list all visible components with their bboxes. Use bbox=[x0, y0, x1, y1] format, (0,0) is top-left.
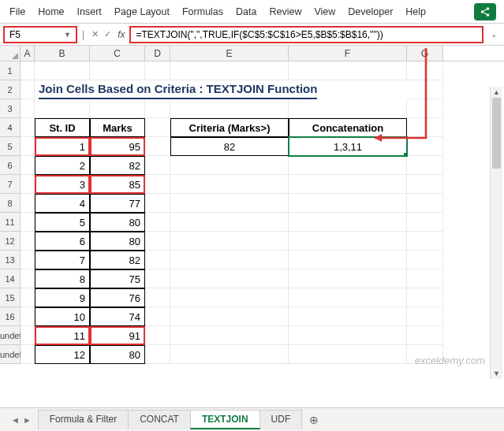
cell[interactable] bbox=[170, 307, 289, 326]
enter-icon[interactable]: ✓ bbox=[102, 29, 113, 39]
cell[interactable] bbox=[145, 345, 170, 364]
cell[interactable] bbox=[145, 61, 170, 80]
row-header[interactable]: 4 bbox=[0, 118, 21, 137]
menu-data[interactable]: Data bbox=[230, 3, 263, 20]
table-cell-marks[interactable]: 75 bbox=[90, 269, 145, 288]
menu-home[interactable]: Home bbox=[32, 3, 70, 20]
col-header[interactable]: G bbox=[407, 46, 443, 61]
cell[interactable] bbox=[289, 307, 407, 326]
menu-review[interactable]: Review bbox=[263, 3, 308, 20]
cell[interactable] bbox=[21, 99, 35, 118]
cell[interactable] bbox=[145, 232, 170, 251]
cell[interactable] bbox=[407, 251, 443, 269]
row-header[interactable]: 16 bbox=[0, 307, 21, 326]
cell[interactable] bbox=[21, 137, 35, 156]
scroll-down-icon[interactable]: ▼ bbox=[491, 370, 502, 377]
cell[interactable] bbox=[170, 99, 289, 118]
cell[interactable] bbox=[289, 345, 407, 364]
cell[interactable] bbox=[170, 326, 289, 345]
row-header[interactable]: 12 bbox=[0, 232, 21, 251]
cell[interactable] bbox=[170, 194, 289, 213]
cell[interactable] bbox=[289, 194, 407, 213]
cell[interactable] bbox=[145, 156, 170, 175]
cell[interactable] bbox=[170, 213, 289, 232]
scroll-thumb[interactable] bbox=[492, 98, 501, 169]
name-box[interactable]: F5 ▼ bbox=[3, 26, 77, 43]
cell[interactable] bbox=[289, 61, 407, 80]
cell[interactable] bbox=[145, 288, 170, 307]
cell[interactable] bbox=[170, 345, 289, 364]
select-all-corner[interactable] bbox=[0, 46, 21, 61]
table-cell-marks[interactable]: 74 bbox=[90, 307, 145, 326]
cell[interactable] bbox=[145, 118, 170, 137]
col-header[interactable]: B bbox=[35, 46, 90, 61]
cell[interactable] bbox=[289, 99, 407, 118]
table-cell-id[interactable]: 3 bbox=[35, 175, 90, 194]
sheet-tab[interactable]: UDF bbox=[259, 410, 303, 429]
menu-view[interactable]: View bbox=[308, 3, 342, 20]
table-cell-marks[interactable]: 76 bbox=[90, 288, 145, 307]
cell[interactable] bbox=[145, 99, 170, 118]
table-cell-id[interactable]: 11 bbox=[35, 326, 90, 345]
cell[interactable] bbox=[145, 194, 170, 213]
cell[interactable] bbox=[170, 232, 289, 251]
cell[interactable] bbox=[145, 269, 170, 288]
cell[interactable] bbox=[289, 326, 407, 345]
cell[interactable] bbox=[90, 61, 145, 80]
criteria-value[interactable]: 82 bbox=[170, 137, 289, 156]
row-header[interactable]: 5 bbox=[0, 137, 21, 156]
cell[interactable] bbox=[21, 307, 35, 326]
cell[interactable] bbox=[21, 61, 35, 80]
cell[interactable] bbox=[21, 118, 35, 137]
tab-prev-icon[interactable]: ◄ bbox=[11, 415, 20, 425]
menu-developer[interactable]: Developer bbox=[342, 3, 399, 20]
title-cell[interactable]: Join Cells Based on Criteria : TEXTJOIN … bbox=[35, 80, 407, 99]
cell[interactable] bbox=[407, 194, 443, 213]
menu-page-layout[interactable]: Page Layout bbox=[108, 3, 176, 20]
cell[interactable] bbox=[407, 269, 443, 288]
add-sheet-button[interactable]: ⊕ bbox=[301, 411, 327, 429]
cell[interactable] bbox=[407, 175, 443, 194]
share-button[interactable] bbox=[474, 3, 496, 20]
row-header[interactable]: 1 bbox=[0, 61, 21, 80]
cell[interactable] bbox=[170, 251, 289, 269]
row-header[interactable]: 6 bbox=[0, 156, 21, 175]
cell[interactable] bbox=[407, 307, 443, 326]
table-cell-id[interactable]: 8 bbox=[35, 269, 90, 288]
cell[interactable] bbox=[407, 288, 443, 307]
cell[interactable] bbox=[407, 137, 443, 156]
cell[interactable] bbox=[21, 232, 35, 251]
table-cell-marks[interactable]: 82 bbox=[90, 251, 145, 269]
fx-icon[interactable]: fx bbox=[116, 29, 126, 40]
cell[interactable] bbox=[407, 99, 443, 118]
cell[interactable] bbox=[170, 269, 289, 288]
concat-header[interactable]: Concatenation bbox=[289, 118, 407, 137]
cell[interactable] bbox=[21, 326, 35, 345]
sheet-tab[interactable]: CONCAT bbox=[128, 410, 191, 429]
cell[interactable] bbox=[145, 137, 170, 156]
row-header[interactable]: 15 bbox=[0, 288, 21, 307]
cell[interactable] bbox=[289, 251, 407, 269]
criteria-header[interactable]: Criteria (Marks>) bbox=[170, 118, 289, 137]
cell[interactable] bbox=[21, 156, 35, 175]
table-cell-id[interactable]: 4 bbox=[35, 194, 90, 213]
cell[interactable] bbox=[21, 288, 35, 307]
chevron-down-icon[interactable]: ▼ bbox=[64, 31, 71, 39]
table-header[interactable]: Marks bbox=[90, 118, 145, 137]
row-header[interactable]: 2 bbox=[0, 80, 21, 99]
cell[interactable] bbox=[145, 307, 170, 326]
cancel-icon[interactable]: ✕ bbox=[89, 29, 100, 39]
cell[interactable] bbox=[407, 80, 443, 99]
sheet-tab[interactable]: TEXTJOIN bbox=[190, 410, 260, 429]
cell[interactable] bbox=[35, 99, 90, 118]
cell[interactable] bbox=[289, 288, 407, 307]
cell[interactable] bbox=[289, 213, 407, 232]
col-header[interactable]: D bbox=[145, 46, 170, 61]
cell[interactable] bbox=[407, 156, 443, 175]
row-header[interactable]: 11 bbox=[0, 213, 21, 232]
cell[interactable] bbox=[170, 175, 289, 194]
table-cell-id[interactable]: 9 bbox=[35, 288, 90, 307]
table-cell-id[interactable]: 1 bbox=[35, 137, 90, 156]
cell[interactable] bbox=[21, 251, 35, 269]
table-cell-id[interactable]: 5 bbox=[35, 213, 90, 232]
